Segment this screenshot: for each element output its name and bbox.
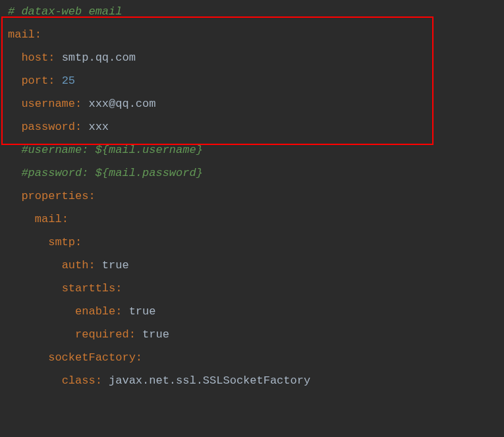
- code-line: #username: ${mail.username}: [8, 138, 496, 161]
- colon: :: [48, 74, 55, 87]
- code-line: #password: ${mail.password}: [8, 161, 496, 185]
- colon: :: [115, 282, 122, 295]
- code-line: auth: true: [8, 254, 496, 277]
- comment-text: #username: ${mail.username}: [21, 144, 202, 156]
- yaml-key: mail: [8, 28, 35, 41]
- yaml-value: true: [129, 305, 156, 318]
- code-line: required: true: [8, 323, 496, 346]
- yaml-value: javax.net.ssl.SSLSocketFactory: [109, 374, 310, 387]
- colon: :: [96, 374, 102, 387]
- yaml-key: password: [21, 121, 75, 133]
- yaml-key: port: [21, 74, 48, 87]
- code-line: port: 25: [8, 69, 496, 92]
- colon: :: [88, 259, 95, 272]
- yaml-key: required: [75, 328, 129, 341]
- colon: :: [62, 213, 69, 225]
- colon: :: [35, 28, 42, 41]
- yaml-key: smtp: [48, 236, 75, 248]
- code-editor[interactable]: # datax-web email mail: host: smtp.qq.co…: [0, 0, 504, 392]
- code-line: enable: true: [8, 300, 496, 323]
- colon: :: [115, 305, 122, 318]
- code-line: properties:: [8, 185, 496, 208]
- colon: :: [136, 351, 142, 364]
- colon: :: [88, 190, 95, 202]
- code-line: host: smtp.qq.com: [8, 46, 496, 69]
- code-line: # datax-web email: [8, 0, 496, 23]
- yaml-value: smtp.qq.com: [62, 51, 136, 64]
- colon: :: [75, 98, 82, 110]
- yaml-value: xxx@qq.com: [88, 98, 155, 110]
- colon: :: [48, 51, 55, 64]
- code-line: smtp:: [8, 231, 496, 254]
- code-line: starttls:: [8, 277, 496, 300]
- yaml-key: properties: [21, 190, 88, 202]
- code-line: username: xxx@qq.com: [8, 92, 496, 115]
- comment-text: #password: ${mail.password}: [21, 167, 202, 179]
- yaml-value: 25: [62, 74, 75, 87]
- yaml-key: socketFactory: [48, 351, 136, 364]
- yaml-key: enable: [75, 305, 115, 318]
- yaml-key: starttls: [62, 282, 116, 295]
- colon: :: [75, 121, 82, 133]
- yaml-key: class: [62, 374, 96, 387]
- yaml-value: true: [142, 328, 169, 341]
- yaml-key: host: [21, 51, 48, 64]
- yaml-key: mail: [35, 213, 62, 225]
- yaml-key: auth: [62, 259, 89, 272]
- colon: :: [129, 328, 136, 341]
- code-line: password: xxx: [8, 115, 496, 138]
- code-line: mail:: [8, 23, 496, 46]
- colon: :: [75, 236, 82, 248]
- yaml-value: true: [102, 259, 129, 272]
- code-line: mail:: [8, 208, 496, 231]
- code-line: socketFactory:: [8, 346, 496, 369]
- yaml-value: xxx: [88, 121, 109, 133]
- code-line: class: javax.net.ssl.SSLSocketFactory: [8, 369, 496, 392]
- comment-text: # datax-web email: [8, 5, 122, 18]
- yaml-key: username: [21, 98, 75, 110]
